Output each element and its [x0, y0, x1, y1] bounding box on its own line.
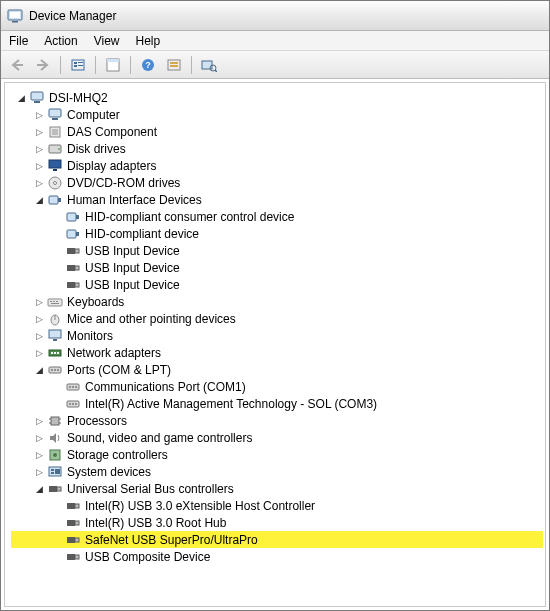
- tree-item-label: Intel(R) USB 3.0 eXtensible Host Control…: [85, 499, 315, 513]
- tree-item[interactable]: ▹USB Input Device: [11, 242, 543, 259]
- tree-item[interactable]: ▷DVD/CD-ROM drives: [11, 174, 543, 191]
- menu-action[interactable]: Action: [44, 34, 77, 48]
- tree-item[interactable]: ▷Processors: [11, 412, 543, 429]
- mouse-icon: [47, 311, 63, 327]
- tree-item[interactable]: ▷Display adapters: [11, 157, 543, 174]
- display-icon: [47, 158, 63, 174]
- expand-icon[interactable]: ▷: [31, 297, 47, 307]
- tree-item-label: USB Input Device: [85, 261, 180, 275]
- tree-item[interactable]: ▹USB Input Device: [11, 276, 543, 293]
- tree-item-label: Sound, video and game controllers: [67, 431, 252, 445]
- help-button[interactable]: ?: [136, 54, 160, 76]
- toolbar-separator: [95, 56, 96, 74]
- tree-item[interactable]: ▹HID-compliant device: [11, 225, 543, 242]
- keyboard-icon: [47, 294, 63, 310]
- toolbar-separator: [60, 56, 61, 74]
- tree-item[interactable]: ▹HID-compliant consumer control device: [11, 208, 543, 225]
- collapse-icon[interactable]: ◢: [31, 484, 47, 494]
- tree-item[interactable]: ▷Disk drives: [11, 140, 543, 157]
- tree-item-label: HID-compliant consumer control device: [85, 210, 294, 224]
- device-tree[interactable]: ◢DSI-MHQ2▷Computer▷DAS Component▷Disk dr…: [7, 89, 543, 565]
- tree-item-label: System devices: [67, 465, 151, 479]
- tree-item[interactable]: ◢DSI-MHQ2: [11, 89, 543, 106]
- tree-item[interactable]: ◢Human Interface Devices: [11, 191, 543, 208]
- tree-item[interactable]: ◢Universal Serial Bus controllers: [11, 480, 543, 497]
- usb-icon: [65, 498, 81, 514]
- tree-item[interactable]: ▷Computer: [11, 106, 543, 123]
- cpu-icon: [47, 413, 63, 429]
- tree-item[interactable]: ▷DAS Component: [11, 123, 543, 140]
- menu-view[interactable]: View: [94, 34, 120, 48]
- tree-item[interactable]: ▹USB Composite Device: [11, 548, 543, 565]
- expand-icon[interactable]: ▷: [31, 127, 47, 137]
- menu-file[interactable]: File: [9, 34, 28, 48]
- tree-item[interactable]: ▷Sound, video and game controllers: [11, 429, 543, 446]
- svg-rect-4: [74, 62, 77, 64]
- menu-help[interactable]: Help: [136, 34, 161, 48]
- expand-icon[interactable]: ▷: [31, 416, 47, 426]
- update-driver-button[interactable]: [162, 54, 186, 76]
- properties-button[interactable]: [101, 54, 125, 76]
- monitor-icon: [47, 328, 63, 344]
- expand-icon[interactable]: ▷: [31, 314, 47, 324]
- tree-item-label: Monitors: [67, 329, 113, 343]
- collapse-icon[interactable]: ◢: [13, 93, 29, 103]
- tree-item[interactable]: ◢Ports (COM & LPT): [11, 361, 543, 378]
- tree-item-label: Keyboards: [67, 295, 124, 309]
- back-button[interactable]: [5, 54, 29, 76]
- tree-item-label: DVD/CD-ROM drives: [67, 176, 180, 190]
- expand-icon[interactable]: ▷: [31, 144, 47, 154]
- expand-icon[interactable]: ▷: [31, 161, 47, 171]
- svg-rect-13: [170, 62, 178, 64]
- expand-icon[interactable]: ▷: [31, 450, 47, 460]
- tree-item[interactable]: ▷Keyboards: [11, 293, 543, 310]
- tree-panel: ◢DSI-MHQ2▷Computer▷DAS Component▷Disk dr…: [4, 82, 546, 607]
- expand-icon[interactable]: ▷: [31, 331, 47, 341]
- tree-item[interactable]: ▷Storage controllers: [11, 446, 543, 463]
- network-icon: [47, 345, 63, 361]
- tree-item[interactable]: ▹Communications Port (COM1): [11, 378, 543, 395]
- tree-item[interactable]: ▷Network adapters: [11, 344, 543, 361]
- show-hidden-button[interactable]: [66, 54, 90, 76]
- tree-item-label: USB Input Device: [85, 244, 180, 258]
- forward-button[interactable]: [31, 54, 55, 76]
- tree-item-label: Network adapters: [67, 346, 161, 360]
- tree-item[interactable]: ▹Intel(R) Active Management Technology -…: [11, 395, 543, 412]
- tree-item-label: DSI-MHQ2: [49, 91, 108, 105]
- app-icon: [7, 8, 23, 24]
- hid-icon: [65, 226, 81, 242]
- usb-icon: [47, 481, 63, 497]
- tree-item-label: Intel(R) Active Management Technology - …: [85, 397, 377, 411]
- svg-line-17: [215, 70, 217, 72]
- tree-item[interactable]: ▷System devices: [11, 463, 543, 480]
- svg-rect-9: [107, 59, 119, 62]
- tree-item[interactable]: ▹USB Input Device: [11, 259, 543, 276]
- sound-icon: [47, 430, 63, 446]
- scan-hardware-button[interactable]: [197, 54, 221, 76]
- expand-icon[interactable]: ▷: [31, 467, 47, 477]
- tree-item-label: Computer: [67, 108, 120, 122]
- expand-icon[interactable]: ▷: [31, 110, 47, 120]
- hid-icon: [65, 209, 81, 225]
- menubar: File Action View Help: [1, 31, 549, 51]
- tree-item[interactable]: ▷Monitors: [11, 327, 543, 344]
- expand-icon[interactable]: ▷: [31, 433, 47, 443]
- tree-item-label: SafeNet USB SuperPro/UltraPro: [85, 533, 258, 547]
- tree-item[interactable]: ▹Intel(R) USB 3.0 eXtensible Host Contro…: [11, 497, 543, 514]
- collapse-icon[interactable]: ◢: [31, 195, 47, 205]
- expand-icon[interactable]: ▷: [31, 178, 47, 188]
- collapse-icon[interactable]: ◢: [31, 365, 47, 375]
- tree-item-label: Storage controllers: [67, 448, 168, 462]
- svg-text:?: ?: [145, 60, 151, 70]
- tree-item[interactable]: ▹SafeNet USB SuperPro/UltraPro: [11, 531, 543, 548]
- tree-item-label: Mice and other pointing devices: [67, 312, 236, 326]
- window-title: Device Manager: [29, 9, 116, 23]
- tree-item[interactable]: ▷Mice and other pointing devices: [11, 310, 543, 327]
- tree-item-label: USB Composite Device: [85, 550, 210, 564]
- tree-item-label: Intel(R) USB 3.0 Root Hub: [85, 516, 226, 530]
- tree-item-label: Human Interface Devices: [67, 193, 202, 207]
- tree-item-label: Processors: [67, 414, 127, 428]
- tree-item-label: Display adapters: [67, 159, 156, 173]
- tree-item[interactable]: ▹Intel(R) USB 3.0 Root Hub: [11, 514, 543, 531]
- expand-icon[interactable]: ▷: [31, 348, 47, 358]
